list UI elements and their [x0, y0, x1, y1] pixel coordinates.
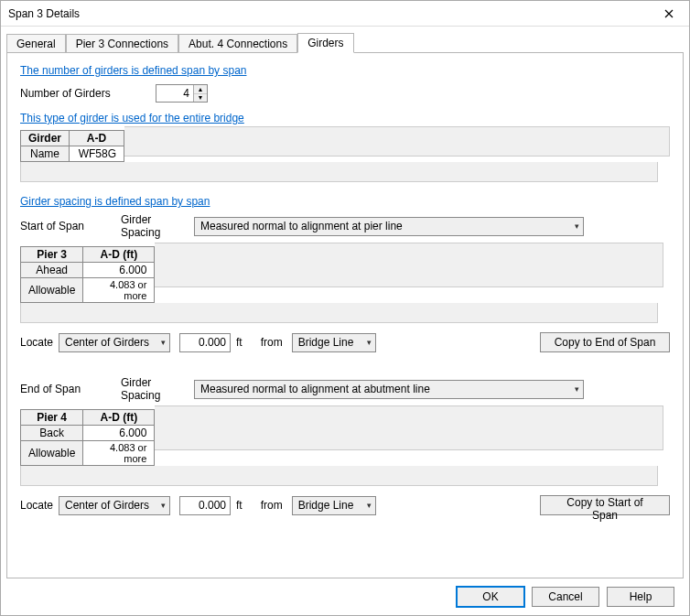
- spinner-down-button[interactable]: ▼: [194, 94, 207, 103]
- table-row: Pier 3 A-D (ft): [21, 247, 155, 263]
- row-header: Allowable: [21, 441, 83, 466]
- start-table-wrap: Pier 3 A-D (ft) Ahead 6.000 Allowable 4.…: [20, 243, 670, 303]
- end-spacing-table: Pier 4 A-D (ft) Back 6.000 Allowable 4.0…: [20, 409, 155, 466]
- spinner-up-button[interactable]: ▲: [194, 85, 207, 94]
- cell-girder-name[interactable]: WF58G: [70, 146, 124, 162]
- from-label: from: [261, 336, 283, 349]
- dropdown-value: Bridge Line: [298, 499, 354, 512]
- table-footer-strip: [20, 162, 658, 182]
- close-icon: [664, 9, 674, 18]
- row-header: Allowable: [21, 278, 83, 303]
- girder-spacing-label: Girder Spacing: [121, 213, 194, 239]
- table-footer-strip: [20, 303, 658, 323]
- tabstrip: General Pier 3 Connections Abut. 4 Conne…: [6, 32, 684, 52]
- close-button[interactable]: [651, 2, 687, 26]
- col-header: A-D (ft): [83, 247, 155, 263]
- copy-to-end-button[interactable]: Copy to End of Span: [540, 332, 670, 352]
- titlebar: Span 3 Details: [1, 1, 689, 27]
- cell-value[interactable]: 6.000: [83, 426, 155, 441]
- help-button[interactable]: Help: [607, 587, 674, 607]
- cell-value[interactable]: 6.000: [83, 263, 155, 278]
- girder-type-table: Girder A-D Name WF58G: [20, 130, 124, 162]
- table-row: Back 6.000: [21, 426, 155, 441]
- window-title: Span 3 Details: [8, 7, 80, 20]
- end-locate-row: Locate Center of Girders ▾ ft from Bridg…: [20, 495, 670, 515]
- chevron-down-icon: ▾: [575, 222, 579, 231]
- col-header: Pier 4: [21, 410, 83, 426]
- start-locate-value-input[interactable]: [179, 333, 231, 352]
- dialog-window: Span 3 Details General Pier 3 Connection…: [0, 0, 690, 616]
- table-footer-strip: [20, 466, 658, 486]
- link-girder-type-scope[interactable]: This type of girder is used for the enti…: [20, 112, 244, 124]
- end-spacing-method-dropdown[interactable]: Measured normal to alignment at abutment…: [194, 380, 584, 399]
- unit-label: ft: [236, 499, 243, 512]
- locate-label: Locate: [20, 499, 59, 512]
- end-span-title: End of Span: [20, 383, 121, 395]
- tab-abut4-connections[interactable]: Abut. 4 Connections: [178, 34, 297, 53]
- dialog-footer: OK Cancel Help: [6, 578, 684, 615]
- dropdown-value: Bridge Line: [298, 336, 354, 349]
- num-girders-spinner: ▲ ▼: [156, 84, 208, 103]
- dropdown-value: Measured normal to alignment at abutment…: [200, 383, 430, 395]
- cell-value: 4.083 or more: [83, 278, 155, 303]
- row-header: Back: [21, 426, 83, 441]
- num-girders-input[interactable]: [156, 85, 193, 102]
- dropdown-value: Center of Girders: [65, 499, 149, 512]
- col-header: A-D (ft): [83, 410, 155, 426]
- col-header: Girder: [21, 131, 70, 146]
- from-label: from: [261, 499, 283, 512]
- tab-girders[interactable]: Girders: [297, 33, 353, 53]
- client-area: General Pier 3 Connections Abut. 4 Conne…: [1, 27, 689, 615]
- chevron-down-icon: ▾: [367, 501, 372, 510]
- end-from-ref-dropdown[interactable]: Bridge Line ▾: [292, 496, 376, 515]
- table-row: Girder A-D: [21, 131, 124, 146]
- cancel-button[interactable]: Cancel: [532, 587, 599, 607]
- table-row: Name WF58G: [21, 146, 124, 162]
- table-filler: [155, 243, 663, 287]
- row-header: Ahead: [21, 263, 83, 278]
- cell-value: 4.083 or more: [83, 441, 155, 466]
- link-num-girders-scope[interactable]: The number of girders is defined span by…: [20, 64, 246, 77]
- tab-pier3-connections[interactable]: Pier 3 Connections: [66, 34, 178, 53]
- copy-to-start-button[interactable]: Copy to Start of Span: [540, 495, 670, 515]
- link-girder-spacing-scope[interactable]: Girder spacing is defined span by span: [20, 195, 210, 208]
- start-from-ref-dropdown[interactable]: Bridge Line ▾: [292, 333, 376, 352]
- end-table-wrap: Pier 4 A-D (ft) Back 6.000 Allowable 4.0…: [20, 405, 670, 466]
- table-row: Pier 4 A-D (ft): [21, 410, 155, 426]
- chevron-down-icon: ▾: [367, 338, 372, 347]
- start-locate-method-dropdown[interactable]: Center of Girders ▾: [59, 333, 170, 352]
- table-row: Allowable 4.083 or more: [21, 441, 155, 466]
- locate-label: Locate: [20, 336, 59, 349]
- start-span-title: Start of Span: [20, 220, 121, 232]
- end-locate-value-input[interactable]: [179, 496, 231, 515]
- table-filler: [124, 126, 670, 157]
- dropdown-value: Center of Girders: [65, 336, 149, 349]
- row-header: Name: [21, 146, 70, 162]
- end-span-heading-row: End of Span Girder Spacing Measured norm…: [20, 376, 670, 402]
- tab-general[interactable]: General: [6, 34, 66, 53]
- chevron-down-icon: ▾: [161, 338, 166, 347]
- end-locate-method-dropdown[interactable]: Center of Girders ▾: [59, 496, 170, 515]
- type-table-wrap: Girder A-D Name WF58G: [20, 126, 670, 162]
- dropdown-value: Measured normal to alignment at pier lin…: [200, 220, 403, 232]
- table-row: Ahead 6.000: [21, 263, 155, 278]
- start-spacing-table: Pier 3 A-D (ft) Ahead 6.000 Allowable 4.…: [20, 246, 155, 303]
- col-header: A-D: [70, 131, 124, 146]
- ok-button[interactable]: OK: [457, 587, 524, 607]
- tabpage-girders: The number of girders is defined span by…: [6, 52, 684, 578]
- start-spacing-method-dropdown[interactable]: Measured normal to alignment at pier lin…: [194, 217, 584, 236]
- num-girders-row: Number of Girders ▲ ▼: [20, 84, 670, 103]
- start-locate-row: Locate Center of Girders ▾ ft from Bridg…: [20, 332, 670, 352]
- table-row: Allowable 4.083 or more: [21, 278, 155, 303]
- chevron-down-icon: ▾: [161, 501, 166, 510]
- num-girders-label: Number of Girders: [20, 87, 121, 100]
- col-header: Pier 3: [21, 247, 83, 263]
- girder-spacing-label: Girder Spacing: [121, 376, 194, 402]
- unit-label: ft: [236, 336, 243, 349]
- spinner-buttons: ▲ ▼: [193, 85, 207, 102]
- table-filler: [155, 405, 663, 450]
- start-span-heading-row: Start of Span Girder Spacing Measured no…: [20, 213, 670, 239]
- chevron-down-icon: ▾: [575, 384, 579, 394]
